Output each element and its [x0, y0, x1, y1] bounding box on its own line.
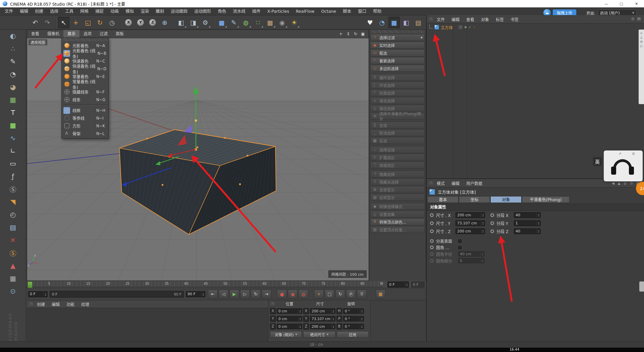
- menu-item[interactable]: 流水线: [229, 7, 249, 15]
- go-to-start-button[interactable]: ⇤: [208, 290, 218, 299]
- display-menu-item[interactable]: 骨架 N~L: [62, 130, 108, 137]
- left-tool-5[interactable]: ◕: [6, 81, 20, 93]
- display-menu-item[interactable]: 隐藏线条 N~F: [62, 88, 108, 96]
- palette-command[interactable]: ⠿ 循环选择 ▶: [370, 74, 425, 81]
- size-field[interactable]: 200 cm▴▾: [310, 308, 335, 314]
- toolbar-separator[interactable]: [55, 17, 57, 28]
- spinner-icon[interactable]: ▴▾: [537, 221, 540, 226]
- am-menu-item[interactable]: 用户数据: [463, 180, 486, 186]
- am-menu-item[interactable]: 编辑: [448, 180, 463, 186]
- display-menu-item[interactable]: [63, 104, 107, 105]
- object-row-cube[interactable]: 立方体 ✓ ∵: [427, 24, 644, 31]
- keyframe-radio[interactable]: [490, 221, 494, 225]
- om-menu-item[interactable]: 文件: [433, 16, 448, 22]
- keyframe-presets-button[interactable]: ▦: [376, 290, 385, 299]
- palette-command[interactable]: ⠤ 选择连接 ▶: [370, 146, 425, 153]
- left-tool-4[interactable]: ◔: [6, 69, 20, 80]
- menu-item[interactable]: 创建: [32, 7, 47, 15]
- plugin-shapes-icon[interactable]: ◧: [400, 17, 412, 28]
- viewport-menu-item[interactable]: 查看: [27, 30, 43, 38]
- am-up-icon[interactable]: ▲: [618, 181, 621, 185]
- menu-item[interactable]: 工具: [62, 7, 77, 15]
- key-scale-toggle[interactable]: ▢: [325, 290, 334, 299]
- menu-item[interactable]: 捕捉: [92, 7, 107, 15]
- last-used-tool[interactable]: ◷: [106, 17, 118, 28]
- lock-y-axis-button[interactable]: Y: [135, 17, 146, 28]
- menu-tearoff-handle[interactable]: [62, 38, 108, 41]
- om-search-icon[interactable]: ◎: [631, 16, 635, 21]
- left-tool-19[interactable]: ▲: [6, 260, 20, 271]
- panel-drag-handle[interactable]: [29, 302, 33, 306]
- viewport-toggle-icon[interactable]: ▣: [359, 31, 367, 37]
- play-button[interactable]: ▶: [229, 290, 239, 299]
- size-field[interactable]: 200 cm▴▾: [310, 324, 335, 329]
- camera-button[interactable]: ◉: [276, 17, 288, 28]
- go-to-end-button[interactable]: ⇥: [262, 290, 271, 299]
- palette-command[interactable]: ⠿ 转换顶点颜色... ▶: [370, 218, 425, 225]
- display-menu-item[interactable]: 常量着色 (线条): [62, 80, 108, 88]
- ime-indicator[interactable]: 英: [593, 157, 602, 166]
- left-tool-10[interactable]: ∟: [6, 145, 20, 157]
- viewport-rotate-icon[interactable]: ↻: [352, 31, 359, 37]
- viewport-menu-item[interactable]: 摄像机: [43, 30, 63, 38]
- palette-command[interactable]: ⊞ 全部显示 ▶: [370, 186, 425, 193]
- viewport-pan-icon[interactable]: +: [337, 31, 344, 37]
- keyframe-radio[interactable]: [430, 239, 434, 243]
- keyframe-selection-button[interactable]: ◍: [299, 290, 308, 299]
- left-tool-2[interactable]: ∴: [6, 43, 20, 54]
- range-start-field[interactable]: 0 F▴▾: [28, 291, 48, 297]
- range-end-field[interactable]: 90 F▴▾: [186, 291, 205, 297]
- key-pla-toggle[interactable]: ⠿: [357, 290, 367, 299]
- plugin-texture-icon[interactable]: ▤: [413, 17, 424, 28]
- palette-command[interactable]: ◠ 套索选择 ▶: [370, 57, 425, 64]
- om-menu-item[interactable]: 查看: [463, 16, 478, 22]
- size-mode-dropdown[interactable]: 绝对尺寸▼: [303, 331, 335, 338]
- playhead[interactable]: [28, 281, 33, 288]
- material-menu-item[interactable]: 创建: [34, 301, 48, 307]
- spinner-icon[interactable]: ▴▾: [360, 316, 364, 321]
- palette-command[interactable]: ⠺ 隐藏选择 ▶: [370, 171, 425, 178]
- am-menu-item[interactable]: 模式: [433, 180, 448, 186]
- spinner-icon[interactable]: ▴▾: [481, 229, 485, 234]
- left-tool-20[interactable]: ▦: [6, 273, 20, 284]
- toolbar-separator[interactable]: [213, 17, 215, 28]
- om-menu-item[interactable]: 编辑: [448, 16, 463, 22]
- lock-z-axis-button[interactable]: Z: [147, 17, 158, 28]
- left-tool-11[interactable]: ▭: [6, 158, 20, 169]
- spinner-icon[interactable]: ▴▾: [201, 292, 205, 297]
- menu-item[interactable]: X-Particles: [264, 7, 292, 15]
- keyframe-radio[interactable]: [490, 229, 494, 233]
- power-slider[interactable]: 0 F 90 F: [50, 291, 184, 298]
- menu-item[interactable]: Octane: [318, 7, 339, 15]
- panel-drag-handle[interactable]: [429, 181, 433, 185]
- layer-toggle[interactable]: [458, 25, 463, 30]
- key-parameter-toggle[interactable]: Ⓟ: [346, 290, 356, 299]
- light-button[interactable]: ☀: [288, 17, 300, 28]
- position-field[interactable]: 0 cm▴▾: [277, 316, 302, 321]
- palette-command[interactable]: ⠩ 收缩选区 ▶: [370, 162, 425, 169]
- scale-tool[interactable]: ◱: [82, 17, 94, 28]
- render-view-button[interactable]: ◧: [175, 17, 187, 28]
- menu-item[interactable]: 脚本: [339, 7, 355, 15]
- menu-item[interactable]: 文件: [1, 7, 16, 15]
- left-tool-18[interactable]: Ⓢ: [6, 247, 20, 259]
- plugin-realflow-icon[interactable]: ◔: [376, 17, 388, 28]
- rotate-tool[interactable]: ↻: [94, 17, 106, 28]
- om-filter-icon[interactable]: ▤: [637, 16, 641, 21]
- menu-item[interactable]: 选择: [47, 7, 62, 15]
- palette-command[interactable]: ⠷ 扩展选区 ▶: [370, 154, 425, 161]
- spinner-icon[interactable]: ▴▾: [537, 229, 540, 234]
- spinner-icon[interactable]: ▴▾: [298, 309, 302, 313]
- key-position-toggle[interactable]: +: [314, 290, 324, 299]
- display-menu-item[interactable]: 等参线 N~I: [62, 114, 108, 122]
- am-tab[interactable]: 坐标: [459, 196, 490, 203]
- left-tool-14[interactable]: ◥: [6, 196, 20, 208]
- timeline-ruler[interactable]: 051015202530354045505560657075808590 0 F…: [27, 281, 426, 288]
- keyframe-radio[interactable]: [430, 229, 434, 233]
- om-menu-item[interactable]: 标签: [492, 16, 507, 22]
- side-dock-tab[interactable]: [639, 281, 644, 292]
- menu-item[interactable]: 动画: [107, 7, 122, 15]
- keyframe-radio[interactable]: [430, 213, 434, 217]
- spinner-icon[interactable]: ▴▾: [298, 324, 302, 329]
- maximize-button[interactable]: ▢: [614, 0, 629, 7]
